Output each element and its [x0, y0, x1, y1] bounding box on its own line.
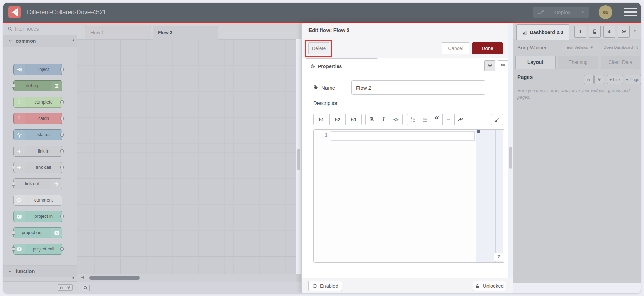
circle-icon — [312, 283, 317, 288]
sidebar-tab-theming[interactable]: Theming — [558, 56, 598, 69]
palette-node-label: debug — [14, 81, 51, 91]
open-dashboard-label: Open Dashboard — [604, 45, 633, 49]
comment-bubble-icon — [14, 195, 25, 205]
palette-node-catch[interactable]: !catch — [13, 113, 62, 124]
info-tab-button[interactable]: i — [574, 26, 586, 38]
palette-node-project-out[interactable]: project out — [13, 227, 62, 238]
canvas-vertical-scrollbar[interactable] — [296, 39, 301, 274]
main-menu-button[interactable] — [624, 8, 637, 17]
sidebar-toolbar: Dashboard 2.0 i — [513, 23, 641, 39]
pages-help-text: Here you can re-order and move your widg… — [517, 88, 632, 101]
canvas-search-button[interactable] — [82, 285, 90, 291]
canvas-horizontal-scrollbar[interactable]: ◀ — [77, 274, 296, 282]
tray-scrollbar[interactable] — [508, 23, 513, 278]
unordered-list-button[interactable] — [419, 114, 431, 125]
node-palette: filter nodes common injectdebug!complete… — [3, 23, 77, 293]
sidebar-tab-layout[interactable]: Layout — [515, 56, 556, 69]
divider — [516, 108, 638, 108]
sidebar-tabs-caret-icon[interactable] — [633, 29, 637, 33]
tray-form: Name Description h1h2h3 B I </> 123“ — [302, 74, 513, 278]
done-button[interactable]: Done — [472, 42, 503, 54]
edit-settings-button[interactable]: Edit Settings — [561, 43, 599, 51]
hyperlink-button[interactable] — [454, 114, 466, 125]
canvas-hscroll-thumb[interactable] — [89, 276, 140, 280]
heading-h1-button[interactable]: h1 — [313, 114, 330, 125]
search-icon — [8, 26, 12, 31]
tab-properties[interactable]: Properties — [305, 58, 378, 74]
add-link-button[interactable]: + Link — [607, 75, 623, 84]
palette-node-comment[interactable]: comment — [13, 195, 62, 206]
deploy-options-caret-icon[interactable] — [581, 10, 585, 14]
external-link-icon — [634, 45, 638, 49]
editor-help-button[interactable]: ? — [494, 253, 503, 261]
palette-category-function[interactable]: function — [3, 265, 77, 277]
deploy-button[interactable]: Deploy — [533, 7, 589, 18]
screenshot-root: Different-Collared-Dove-4521 Deploy su f… — [0, 0, 644, 296]
edit-properties-button[interactable] — [484, 60, 495, 71]
env-vars-button[interactable] — [498, 60, 509, 71]
tray-scroll-thumb[interactable] — [509, 147, 512, 169]
canvas-vscroll-thumb[interactable] — [297, 149, 300, 170]
node-red-logo-icon — [51, 228, 62, 238]
flow-tab-1[interactable]: Flow 1 — [85, 26, 151, 39]
palette-node-project-call[interactable]: project call — [13, 244, 62, 255]
deploy-icon — [537, 10, 544, 15]
node-input-port — [12, 166, 15, 169]
editor-scroll-area[interactable] — [476, 130, 503, 263]
description-editor[interactable]: 1 ? — [313, 129, 505, 263]
enabled-label: Enabled — [320, 283, 338, 289]
palette-scroll-up[interactable]: ▲ — [70, 38, 76, 42]
flow-name-input[interactable] — [351, 80, 485, 95]
node-input-port — [12, 231, 15, 235]
flow-lock-toggle[interactable]: Unlocked — [473, 281, 506, 291]
debug-tab-button[interactable] — [603, 26, 615, 38]
palette-node-link-in[interactable]: link in — [13, 146, 62, 157]
palette-node-status[interactable]: status — [13, 129, 62, 140]
node-output-port — [60, 68, 64, 71]
ordered-list-button[interactable]: 123 — [407, 114, 419, 125]
editor-scroll-thumb[interactable] — [477, 130, 480, 133]
user-avatar[interactable]: su — [599, 5, 612, 19]
palette-node-project-in[interactable]: project in — [13, 211, 62, 222]
config-tab-button[interactable] — [618, 26, 630, 38]
expand-all-categories-button[interactable] — [65, 284, 73, 291]
palette-node-link-call[interactable]: link call — [13, 162, 62, 173]
cancel-button[interactable]: Cancel — [442, 42, 469, 54]
expand-editor-button[interactable] — [491, 114, 503, 125]
tab-dashboard-2[interactable]: Dashboard 2.0 — [516, 24, 569, 40]
code-button[interactable]: </> — [389, 114, 403, 125]
move-down-button[interactable] — [594, 75, 604, 84]
blockquote-button[interactable]: “ — [431, 114, 443, 125]
sidebar-tab-client-data[interactable]: Client Data — [601, 56, 640, 69]
palette-category-common[interactable]: common — [3, 35, 77, 47]
lock-label: Unlocked — [483, 283, 503, 289]
heading-h2-button[interactable]: h2 — [329, 114, 346, 125]
help-tab-button[interactable] — [589, 26, 601, 38]
flow-tab-2[interactable]: Flow 2 — [153, 26, 218, 40]
palette-node-debug[interactable]: debug — [13, 80, 62, 91]
bold-button[interactable]: B — [365, 114, 378, 125]
palette-node-complete[interactable]: !complete — [13, 97, 62, 108]
add-page-button[interactable]: + Page — [625, 75, 641, 84]
palette-node-link-out[interactable]: link out — [13, 178, 62, 189]
italic-button[interactable]: I — [378, 114, 389, 125]
palette-node-label: link out — [14, 179, 51, 189]
list-icon — [51, 81, 62, 91]
palette-filter-input[interactable]: filter nodes — [3, 23, 77, 35]
palette-node-label: catch — [25, 113, 62, 124]
flow-canvas[interactable] — [77, 39, 296, 274]
gear-icon — [310, 64, 315, 69]
delete-button[interactable]: Delete — [308, 42, 329, 54]
horizontal-rule-button[interactable] — [442, 114, 455, 125]
chevron-down-icon — [8, 270, 12, 273]
node-red-window: Different-Collared-Dove-4521 Deploy su f… — [3, 3, 641, 293]
palette-node-inject[interactable]: inject — [13, 64, 62, 75]
flow-tabbar: Flow 1Flow 2 — [77, 23, 301, 39]
move-up-button[interactable] — [584, 75, 594, 84]
collapse-all-categories-button[interactable] — [58, 284, 65, 291]
palette-scroll-down[interactable]: ▼ — [70, 275, 76, 280]
scroll-left-icon[interactable]: ◀ — [81, 275, 84, 279]
heading-h3-button[interactable]: h3 — [345, 114, 362, 125]
flow-enabled-toggle[interactable]: Enabled — [308, 281, 342, 291]
open-dashboard-button[interactable]: Open Dashboard — [602, 43, 640, 51]
